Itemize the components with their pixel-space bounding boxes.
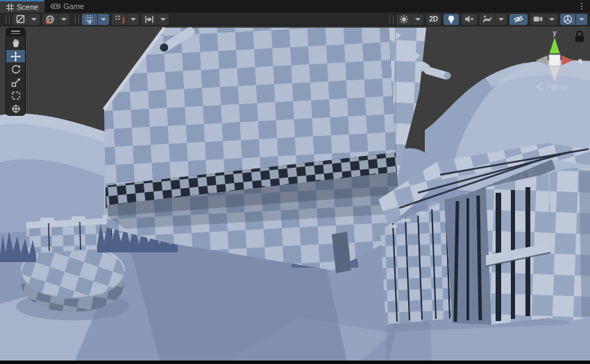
- gizmos-button[interactable]: [560, 14, 587, 25]
- camera-settings-button[interactable]: [530, 14, 557, 25]
- rotate-tool[interactable]: [6, 62, 25, 76]
- camera-settings-dropdown[interactable]: [546, 14, 557, 25]
- tab-game[interactable]: Game: [44, 0, 90, 12]
- grid-visibility-dropdown[interactable]: [98, 14, 109, 25]
- hand-icon: [11, 38, 21, 48]
- move-tool[interactable]: [6, 49, 25, 62]
- tool-handle-button[interactable]: [142, 14, 169, 25]
- handle-ruler-icon: [142, 14, 157, 25]
- projection-toggle[interactable]: Persp: [537, 82, 568, 92]
- grid-snapping-dropdown[interactable]: [128, 14, 139, 25]
- effects-button[interactable]: [480, 14, 507, 25]
- toolbar-drag-handle[interactable]: [6, 15, 10, 24]
- tools-overlay: [6, 28, 26, 116]
- render-globe-dropdown[interactable]: [58, 14, 69, 25]
- draw-mode-dropdown[interactable]: [28, 14, 40, 25]
- snap-magnet-icon: [112, 14, 127, 25]
- orientation-gizmo: y x Persp: [522, 26, 590, 103]
- grid-snapping-button[interactable]: [112, 14, 139, 25]
- scene-visibility-button[interactable]: [509, 14, 528, 25]
- axis-sphere-icon: [560, 14, 575, 25]
- scene-debug-dropdown[interactable]: [412, 14, 423, 25]
- grid-icon: [6, 3, 14, 11]
- toolbar-drag-handle-3[interactable]: [389, 15, 394, 24]
- unity-scene-view-window: Scene Game Y: [0, 0, 590, 364]
- rect-icon: [11, 91, 21, 101]
- tab-scene-label: Scene: [17, 3, 38, 11]
- transform-icon: [11, 104, 21, 114]
- window-bottom-edge: [0, 361, 590, 364]
- tab-bar: Scene Game: [0, 0, 590, 12]
- toolbar-drag-handle-2[interactable]: [75, 15, 79, 24]
- gizmo-x-label: x: [578, 57, 582, 64]
- tool-handle-dropdown[interactable]: [158, 14, 169, 25]
- scene-toolbar: Y 2D: [0, 12, 590, 26]
- move-arrows-icon: [10, 51, 21, 62]
- camera-icon: [530, 14, 546, 25]
- tab-scene[interactable]: Scene: [0, 0, 44, 12]
- scale-tool[interactable]: [6, 76, 25, 89]
- scene-viewport[interactable]: y x Persp: [0, 26, 590, 361]
- render-globe-button[interactable]: [42, 14, 69, 25]
- gizmo-neg-y-axis[interactable]: [550, 67, 560, 82]
- lighting-toggle-button[interactable]: [444, 14, 459, 25]
- draw-mode-button[interactable]: [12, 14, 40, 25]
- rotate-icon: [11, 64, 21, 74]
- effects-icon: [480, 14, 495, 25]
- gizmos-dropdown[interactable]: [576, 14, 587, 25]
- svg-text:Y: Y: [88, 19, 92, 24]
- rect-tool[interactable]: [6, 89, 25, 102]
- speaker-muted-icon: [462, 14, 477, 25]
- scene-render: [0, 26, 590, 361]
- grid-visibility-button[interactable]: Y: [82, 14, 109, 25]
- gizmo-x-axis[interactable]: [562, 55, 573, 65]
- projection-label: Persp: [546, 82, 568, 92]
- transform-tool[interactable]: [6, 102, 25, 115]
- gizmo-y-label: y: [553, 29, 557, 37]
- lock-icon[interactable]: [575, 31, 584, 42]
- audio-toggle-button[interactable]: [462, 14, 477, 25]
- gizmo-y-axis[interactable]: [550, 37, 560, 53]
- grid-y-icon: Y: [82, 14, 97, 25]
- tab-game-label: Game: [63, 2, 84, 10]
- gamepad-icon: [51, 3, 60, 10]
- 2d-label: 2D: [429, 15, 438, 23]
- globe-icon: [42, 14, 58, 25]
- gizmo-center-cube[interactable]: [549, 55, 560, 66]
- shaded-square-icon: [12, 14, 28, 25]
- 2d-toggle-button[interactable]: 2D: [426, 14, 441, 25]
- hand-tool[interactable]: [6, 36, 25, 49]
- effects-dropdown[interactable]: [496, 14, 507, 25]
- scale-icon: [11, 78, 21, 87]
- eye-slash-icon: [509, 14, 528, 25]
- lightbulb-icon: [444, 14, 459, 25]
- kebab-menu-icon[interactable]: [578, 1, 586, 11]
- scene-debug-button[interactable]: [396, 14, 423, 25]
- gizmo-neg-x-axis[interactable]: [536, 55, 548, 65]
- tools-overlay-handle[interactable]: [6, 28, 25, 36]
- starburst-icon: [396, 14, 412, 25]
